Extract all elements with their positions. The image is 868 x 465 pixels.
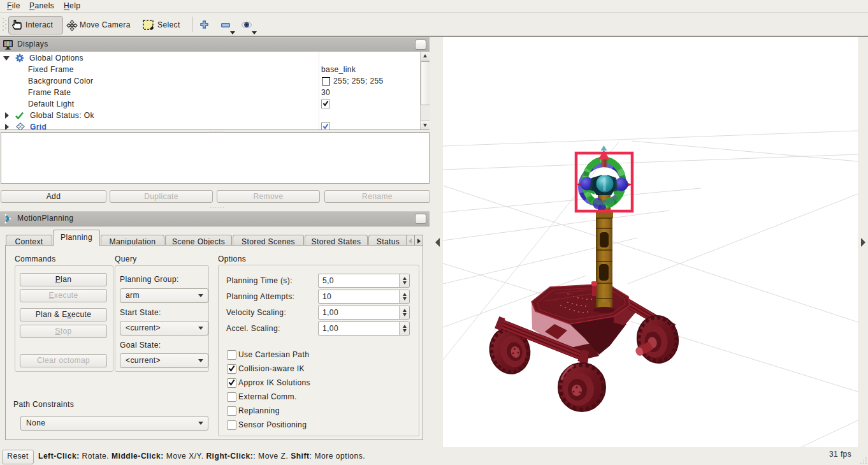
svg-text:o◦◦: o◦◦ (567, 292, 573, 295)
